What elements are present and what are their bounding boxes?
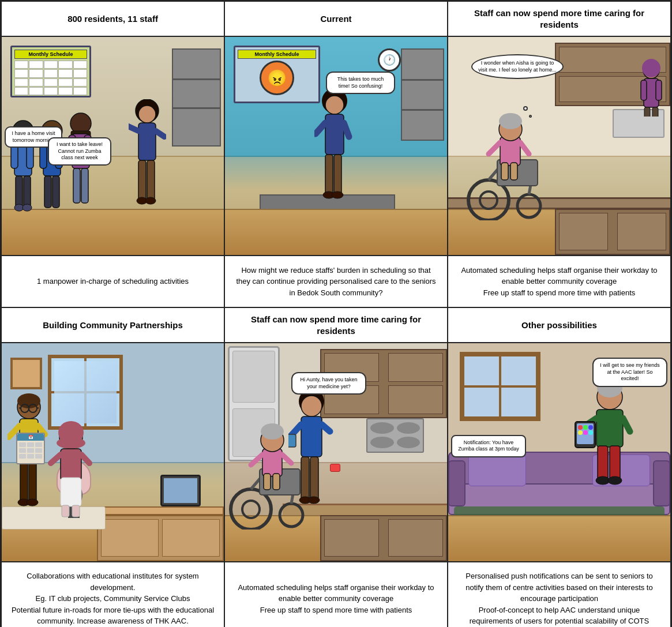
svg-rect-68 [72,505,80,517]
svg-point-113 [578,425,583,430]
person-staff-2 [314,91,355,212]
thought-dot-2 [529,115,532,118]
header-cell-2: Current [224,1,448,36]
svg-line-33 [316,123,325,134]
notification-box: Notification: You have Zumba class at 3p… [451,435,526,457]
caption-label-6: Personalised push notifications can be s… [457,570,661,627]
image-cell-2: Monthly Schedule 😠 🕐 [224,36,448,256]
caption-label-4: Collaborations with educational institut… [11,570,215,627]
svg-rect-100 [262,449,282,476]
svg-line-74 [37,408,39,408]
svg-rect-56 [641,80,647,100]
caption-cell-1: 1 manpower in-charge of scheduling activ… [1,256,224,307]
svg-point-41 [517,194,540,217]
svg-rect-121 [610,446,620,480]
svg-point-31 [325,96,344,114]
person-3-purple [65,111,97,220]
elderly-wc-5 [224,397,320,530]
medicine-box [330,464,340,472]
header-label-5: Staff can now spend more time caring for… [232,314,440,336]
thought-bubble-6a: I will get to see my friends at the AAC … [592,358,667,387]
desk-body [97,515,224,561]
lower-cabinet [555,209,670,255]
svg-point-62 [57,437,85,449]
image-cell-6: I will get to see my friends at the AAC … [448,343,671,562]
svg-rect-57 [656,80,662,100]
svg-rect-19 [73,168,80,203]
image-cell-3: I wonder when Aisha is going to visit me… [448,36,671,256]
header-cell-1: 800 residents, 11 staff [1,1,224,36]
header-label-1: 800 residents, 11 staff [67,13,158,25]
caption-label-2: How might we reduce staffs' burden in sc… [234,265,438,299]
image-cell-5: Hi Aunty, have you taken your medicine y… [224,343,448,562]
svg-rect-49 [501,163,508,180]
scene-2: Monthly Schedule 😠 🕐 [225,37,447,255]
picture-frame [10,358,42,389]
schedule-board-2: Monthly Schedule 😠 [234,46,320,103]
scene-office: Monthly Schedule [2,37,224,255]
schedule-board: Monthly Schedule [10,46,91,97]
window [48,355,123,430]
svg-point-115 [588,425,593,430]
svg-rect-109 [596,410,623,447]
svg-rect-20 [81,168,88,203]
svg-point-122 [596,476,610,485]
header-cell-4: Building Community Partnerships [1,307,224,343]
header-label-2: Current [320,13,351,25]
svg-point-117 [583,430,588,435]
scene-4: 📅 [2,343,224,561]
stove [366,418,424,453]
svg-rect-58 [644,107,650,117]
speech-bubble-2: I want to take leave! Cannot run Zumba c… [48,137,111,166]
svg-rect-26 [138,160,146,201]
calendar-icon: 📅 [16,433,45,464]
svg-line-47 [489,142,500,154]
caption-cell-3: Automated scheduling helps staff organis… [448,256,671,307]
angry-face: 😠 [260,61,294,95]
svg-line-34 [344,123,349,137]
image-cell-4: 📅 [1,343,224,562]
svg-line-101 [251,455,262,465]
svg-rect-67 [62,505,69,517]
svg-rect-59 [652,107,658,117]
header-cell-6: Other possibilities [448,307,671,343]
svg-rect-32 [325,114,344,155]
schedule-grid [14,61,87,95]
header-cell-5: Staff can now spend more time caring for… [224,307,448,343]
scene-3: I wonder when Aisha is going to visit me… [448,37,670,255]
thought-bubble-3: I wonder when Aisha is going to visit me… [471,54,564,79]
svg-line-102 [282,455,291,463]
image-cell-1: Monthly Schedule [1,36,224,256]
svg-rect-12 [44,176,51,208]
svg-point-40 [480,192,497,209]
svg-line-73 [19,408,21,408]
svg-point-54 [642,59,660,77]
svg-point-70 [17,393,40,408]
comic-grid: 800 residents, 11 staff Current Staff ca… [0,0,672,627]
floor-6 [448,515,670,561]
person-staff-front [129,99,166,220]
caption-cell-4: Collaborations with educational institut… [1,562,224,627]
svg-rect-63 [61,449,81,480]
svg-point-94 [242,501,260,518]
svg-point-114 [583,425,588,430]
scene-5: Hi Aunty, have you taken your medicine y… [225,343,447,561]
lower-cab-k2 [320,515,447,561]
svg-line-65 [81,455,89,463]
svg-line-119 [623,418,630,431]
svg-rect-103 [264,474,271,490]
elderly-wheelchair [460,88,552,220]
svg-point-7 [22,204,32,211]
svg-point-106 [261,423,284,440]
speech-bubble-5: Hi Aunty, have you taken your medicine y… [291,372,366,395]
svg-line-87 [322,425,330,431]
person-sitting [48,420,94,518]
svg-rect-23 [138,123,156,160]
elderly-sitting-lr [572,377,647,492]
speech-bubble-3: This takes too much time! So confusing! [326,72,395,94]
svg-point-118 [588,430,593,435]
svg-line-24 [129,125,138,131]
monitor [160,475,201,506]
person-thought [636,59,667,117]
svg-point-123 [608,476,622,485]
